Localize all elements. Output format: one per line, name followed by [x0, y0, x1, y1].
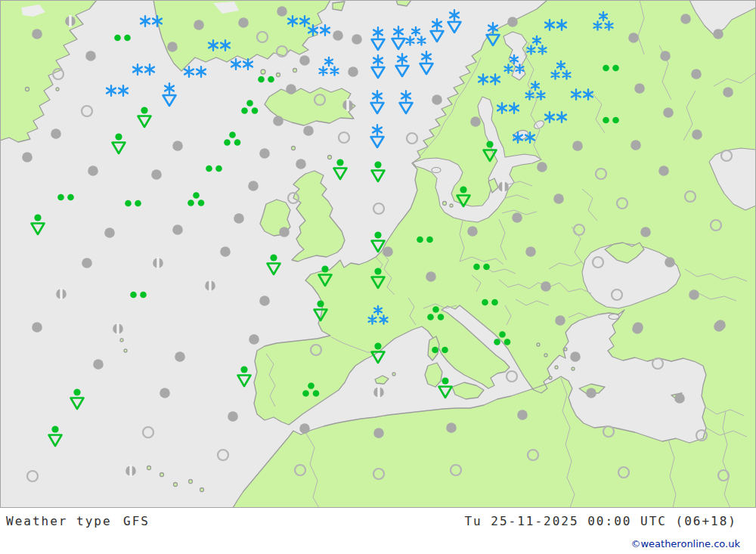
- weather-symbol-cloud-icon: [299, 55, 310, 66]
- weather-symbol-cloud-icon: [32, 322, 42, 333]
- weather-symbol-cloud-icon: [303, 125, 314, 136]
- weather-symbol-cloud-icon: [82, 258, 92, 268]
- weather-symbol-cloud-icon: [660, 51, 671, 61]
- weather-symbol-cloud-icon: [277, 6, 287, 17]
- weather-symbol-cloud-icon: [512, 212, 522, 223]
- weather-symbol-cloud-icon: [713, 29, 723, 39]
- weather-symbol-cloud-icon: [692, 129, 702, 140]
- copyright-link[interactable]: ©weatheronline.co.uk: [631, 538, 740, 549]
- weather-symbol-cloud-icon: [175, 351, 185, 362]
- weather-symbol-cloud-icon: [634, 83, 645, 94]
- weather-symbol-cloud-icon: [228, 411, 238, 422]
- footer: Weather type GFS Tu 25-11-2025 00:00 UTC…: [0, 508, 756, 554]
- weather-symbol-cloud-icon: [234, 213, 244, 224]
- weather-symbol-cloud-icon: [586, 388, 596, 398]
- weather-symbol-cloud-icon: [172, 224, 183, 235]
- weather-symbol-cloud-icon: [383, 246, 393, 257]
- weather-symbol-cloud-icon: [723, 87, 733, 97]
- weather-symbol-cloud-icon: [373, 428, 384, 438]
- weather-symbol-cloud-icon: [665, 257, 675, 268]
- weather-symbol-cloud-icon: [93, 359, 104, 370]
- weather-symbol-cloud-icon: [32, 29, 42, 39]
- weather-symbol-cloud-icon: [658, 166, 669, 176]
- map-title: Weather type: [6, 514, 112, 528]
- weather-symbol-cloud-icon: [220, 246, 231, 257]
- timestamp: Tu 25-11-2025 00:00 UTC (06+18): [464, 514, 737, 528]
- weather-symbol-cloud-icon: [160, 388, 170, 398]
- weather-symbol-cloud-icon: [88, 166, 98, 176]
- model-name: GFS: [123, 514, 150, 528]
- weather-symbol-cloud-icon: [470, 116, 481, 127]
- weather-symbol-cloud-icon: [631, 140, 641, 150]
- weather-symbol-cloud-icon: [194, 20, 204, 30]
- weather-symbol-cloud-icon: [691, 69, 702, 79]
- weather-symbol-cloud-icon: [446, 422, 457, 433]
- weather-symbol-cloud-icon: [151, 169, 162, 180]
- lake-vanern: [432, 168, 441, 173]
- weather-symbol-cloud-icon: [555, 315, 565, 326]
- weather-symbol-cloud-icon: [570, 351, 581, 362]
- weather-symbol-cloud-icon: [279, 227, 290, 237]
- weather-symbol-cloud-icon: [680, 14, 691, 24]
- weather-symbol-cloud-icon: [296, 159, 306, 169]
- weather-symbol-cloud-icon: [104, 227, 115, 238]
- weather-symbol-cloud-icon: [507, 17, 518, 27]
- weather-symbol-cloud-icon: [238, 17, 249, 28]
- weather-symbol-cloud-icon: [51, 128, 61, 139]
- weather-symbol-cloud-icon: [286, 84, 296, 94]
- weather-symbol-cloud-icon: [259, 296, 270, 306]
- weather-symbol-cloud-icon: [553, 193, 564, 204]
- weather-symbol-cloud-icon: [525, 246, 536, 257]
- weather-symbol-cloud-icon: [167, 42, 178, 52]
- weather-symbol-cloud-icon: [299, 423, 310, 434]
- weather-symbol-cloud-icon: [172, 141, 183, 151]
- weather-symbol-cloud-icon: [259, 148, 270, 159]
- weather-symbol-cloud-icon: [85, 51, 96, 61]
- weather-symbol-cloud-icon: [22, 152, 33, 162]
- weather-symbol-cloud-icon: [426, 271, 436, 282]
- weather-symbol-cloud-icon: [273, 116, 284, 126]
- weather-symbol-cloud-icon: [249, 334, 259, 345]
- weather-symbol-cloud-icon: [333, 30, 343, 41]
- weather-symbol-cloud-icon: [714, 321, 724, 332]
- weather-symbol-cloud-icon: [640, 227, 651, 237]
- weather-symbol-cloud-icon: [674, 393, 685, 404]
- weather-symbol-cloud-icon: [628, 32, 639, 43]
- weather-symbol-cloud-icon: [348, 67, 358, 77]
- weather-symbol-cloud-icon: [689, 289, 699, 300]
- europe-weather-map: [0, 0, 756, 508]
- weather-symbol-cloud-icon: [663, 107, 674, 118]
- weather-symbol-cloud-icon: [432, 94, 442, 105]
- weather-symbol-cloud-icon: [248, 181, 259, 191]
- sea-of-marmara: [609, 314, 619, 320]
- weather-symbol-cloud-icon: [517, 410, 528, 420]
- weather-symbol-cloud-icon: [632, 323, 643, 334]
- weather-symbol-cloud-icon: [537, 162, 547, 172]
- weather-symbol-cloud-icon: [352, 34, 362, 45]
- weather-symbol-cloud-icon: [541, 281, 551, 292]
- weather-symbol-cloud-icon: [572, 141, 583, 151]
- weather-symbol-cloud-icon: [467, 226, 478, 237]
